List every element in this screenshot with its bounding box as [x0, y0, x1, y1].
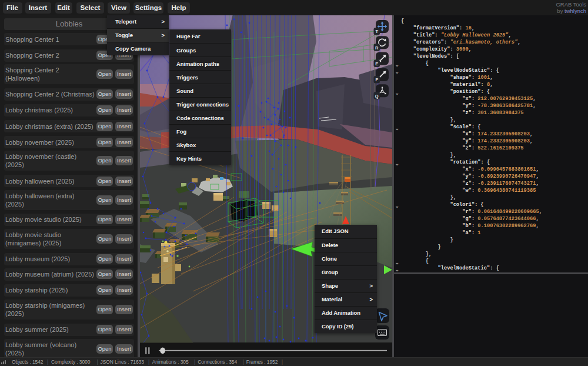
svg-text:Q: Q — [375, 94, 379, 99]
svg-text:T: T — [375, 29, 378, 34]
svg-text:E: E — [375, 61, 378, 66]
svg-text:F: F — [375, 77, 378, 82]
svg-text:R: R — [375, 45, 379, 51]
